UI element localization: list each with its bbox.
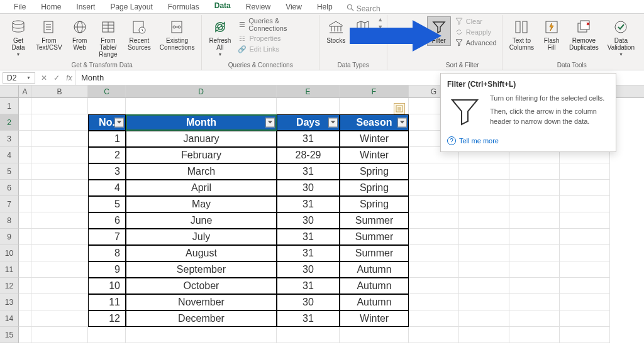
row-header[interactable]: 5 [0, 163, 19, 180]
cell[interactable] [560, 278, 610, 294]
table-cell[interactable]: Spring [340, 196, 409, 212]
table-cell[interactable]: 11 [88, 294, 126, 310]
cell[interactable] [509, 163, 560, 180]
table-cell[interactable]: 30 [277, 261, 340, 278]
cell[interactable] [560, 294, 610, 310]
cell[interactable]: Days [277, 114, 340, 131]
cell[interactable] [31, 278, 88, 294]
cell[interactable] [409, 261, 459, 278]
data-validation-button[interactable]: Data Validation ▼ [604, 16, 638, 59]
filter-dropdown-button[interactable] [328, 118, 338, 128]
reapply-item[interactable]: Reapply [453, 27, 498, 37]
filter-dropdown-button[interactable] [397, 118, 407, 128]
cell[interactable] [409, 245, 459, 261]
cell[interactable] [31, 114, 88, 131]
cell[interactable] [31, 147, 88, 163]
flash-fill-button[interactable]: Flash Fill [540, 16, 564, 53]
cell[interactable] [31, 327, 88, 343]
cell[interactable] [459, 310, 509, 327]
tab-file[interactable]: File [6, 1, 33, 13]
table-cell[interactable]: 31 [277, 229, 340, 245]
cell[interactable] [509, 278, 560, 294]
cell[interactable] [409, 278, 459, 294]
cell[interactable]: Season [340, 114, 409, 131]
table-cell[interactable]: Winter [340, 310, 409, 327]
tab-page-layout[interactable]: Page Layout [103, 1, 160, 13]
cell[interactable] [126, 327, 277, 343]
cell[interactable] [31, 229, 88, 245]
cell[interactable] [509, 180, 560, 196]
cell[interactable] [459, 261, 509, 278]
existing-connections-button[interactable]: Existing Connections [157, 16, 198, 53]
cell[interactable] [459, 294, 509, 310]
tab-review[interactable]: Review [238, 1, 278, 13]
smart-tag[interactable] [394, 103, 405, 114]
cell[interactable] [560, 180, 610, 196]
cell[interactable] [509, 327, 560, 343]
row-header[interactable]: 14 [0, 310, 19, 327]
row-header[interactable]: 12 [0, 278, 19, 294]
table-cell[interactable]: Autumn [340, 278, 409, 294]
cell[interactable] [19, 180, 31, 196]
cell[interactable] [19, 196, 31, 212]
tab-home[interactable]: Home [33, 1, 69, 13]
table-cell[interactable]: 9 [88, 261, 126, 278]
table-cell[interactable]: 31 [277, 163, 340, 180]
table-cell[interactable]: February [126, 147, 277, 163]
cell[interactable] [19, 131, 31, 147]
cell[interactable] [19, 310, 31, 327]
get-data-button[interactable]: Get Data ▼ [6, 16, 30, 59]
table-cell[interactable]: 2 [88, 147, 126, 163]
table-cell[interactable]: 30 [277, 212, 340, 229]
row-header[interactable]: 10 [0, 245, 19, 261]
cancel-formula-button[interactable]: ✕ [38, 74, 50, 82]
table-cell[interactable]: Autumn [340, 294, 409, 310]
cell[interactable] [88, 98, 126, 114]
row-header[interactable]: 6 [0, 180, 19, 196]
cell[interactable] [409, 294, 459, 310]
cell[interactable] [509, 245, 560, 261]
select-all-corner[interactable] [0, 85, 19, 97]
row-header[interactable]: 7 [0, 196, 19, 212]
tab-data[interactable]: Data [207, 0, 238, 13]
table-cell[interactable]: 30 [277, 294, 340, 310]
cell[interactable] [509, 196, 560, 212]
table-cell[interactable]: 8 [88, 245, 126, 261]
enter-formula-button[interactable]: ✓ [50, 74, 63, 82]
table-cell[interactable]: 4 [88, 180, 126, 196]
cell[interactable] [459, 229, 509, 245]
table-cell[interactable]: September [126, 261, 277, 278]
cell[interactable] [560, 196, 610, 212]
col-header-b[interactable]: B [31, 85, 88, 97]
cell[interactable] [31, 261, 88, 278]
cell[interactable] [560, 229, 610, 245]
table-cell[interactable]: Summer [340, 229, 409, 245]
table-cell[interactable]: 31 [277, 131, 340, 147]
search-box[interactable]: Search [347, 4, 380, 13]
row-header[interactable]: 2 [0, 114, 19, 131]
cell[interactable] [19, 261, 31, 278]
cell[interactable] [509, 229, 560, 245]
table-cell[interactable]: October [126, 278, 277, 294]
table-cell[interactable]: 12 [88, 310, 126, 327]
table-cell[interactable]: 31 [277, 245, 340, 261]
cell[interactable] [31, 212, 88, 229]
cell[interactable] [19, 163, 31, 180]
cell[interactable] [31, 294, 88, 310]
filter-dropdown-button[interactable] [114, 118, 124, 128]
cell[interactable] [409, 310, 459, 327]
table-cell[interactable]: May [126, 196, 277, 212]
cell[interactable] [88, 327, 126, 343]
tab-insert[interactable]: Insert [69, 1, 103, 13]
row-header[interactable]: 3 [0, 131, 19, 147]
row-header[interactable]: 8 [0, 212, 19, 229]
table-cell[interactable]: 28-29 [277, 147, 340, 163]
tab-view[interactable]: View [278, 1, 309, 13]
table-cell[interactable]: 31 [277, 196, 340, 212]
cell[interactable] [19, 229, 31, 245]
table-cell[interactable]: July [126, 229, 277, 245]
cell[interactable] [277, 98, 340, 114]
cell[interactable] [409, 196, 459, 212]
cell[interactable] [277, 327, 340, 343]
tab-formulas[interactable]: Formulas [160, 1, 207, 13]
